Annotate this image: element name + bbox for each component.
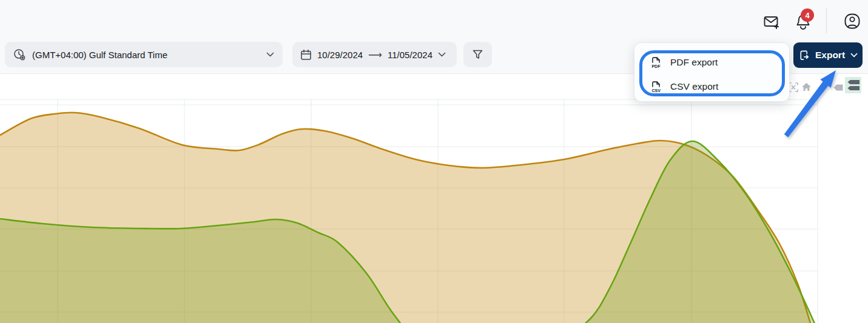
user-avatar-icon (843, 12, 861, 30)
mail-invite-button[interactable] (762, 12, 781, 32)
header-divider (826, 8, 827, 33)
pdf-icon-label: PDF (651, 64, 661, 69)
csv-icon-label: CSV (651, 88, 661, 93)
menu-item-label: CSV export (670, 81, 718, 92)
timezone-value: (GMT+04:00) Gulf Standard Time (32, 50, 167, 60)
notification-count-badge: 4 (801, 8, 814, 22)
chevron-down-icon (438, 52, 446, 57)
hover-closest-tag-icon (833, 84, 843, 91)
dashboard-screen: { "colors": { "accent_blue": "#2b7cea", … (0, 0, 868, 323)
menu-item-pdf-export[interactable]: PDF PDF export (634, 52, 789, 73)
modebar-reset-axes-button[interactable] (801, 81, 812, 92)
export-label: Export (815, 50, 845, 61)
mail-plus-icon (762, 13, 781, 31)
modebar-hover-compare-button[interactable] (845, 77, 861, 93)
notification-count: 4 (805, 11, 809, 20)
date-start: 10/29/2024 (317, 50, 363, 60)
date-range-picker[interactable]: 10/29/2024 ⟶ 11/05/2024 (292, 42, 457, 67)
timezone-select[interactable]: (GMT+04:00) Gulf Standard Time (5, 42, 283, 67)
date-range-arrow: ⟶ (368, 49, 382, 61)
chevron-down-icon (850, 53, 858, 58)
funnel-icon (473, 50, 483, 59)
export-dropdown-menu: PDF PDF export CSV CSV export (634, 42, 790, 102)
filter-button[interactable] (463, 42, 492, 67)
file-export-icon (798, 50, 810, 61)
hover-compare-tags-icon (846, 79, 860, 91)
clock-settings-icon (13, 48, 25, 61)
menu-item-label: PDF export (670, 57, 718, 68)
csv-file-icon: CSV (650, 80, 662, 93)
pdf-file-icon: PDF (650, 56, 662, 69)
menu-item-csv-export[interactable]: CSV CSV export (634, 76, 789, 97)
home-icon (801, 82, 812, 92)
date-end: 11/05/2024 (388, 50, 432, 60)
area-chart (0, 75, 868, 323)
calendar-icon (300, 49, 312, 61)
modebar-hover-closest-button[interactable] (833, 84, 843, 91)
chevron-down-icon (266, 52, 274, 57)
profile-button[interactable] (843, 12, 862, 31)
export-button[interactable]: Export (793, 42, 863, 68)
